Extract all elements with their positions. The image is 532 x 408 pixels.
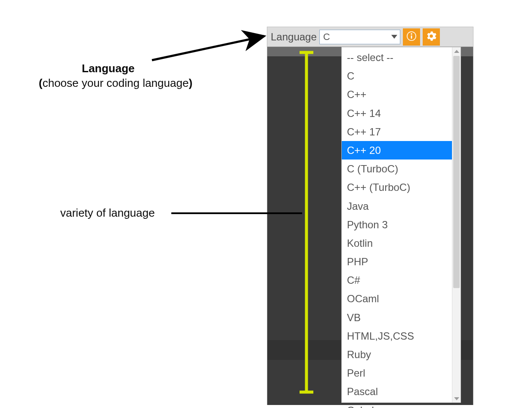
language-option[interactable]: Pascal <box>342 382 452 401</box>
annotation-variety: variety of language <box>60 206 155 220</box>
annotation-subtitle: choose your coding language <box>39 77 192 90</box>
language-select[interactable]: C <box>319 30 400 44</box>
scroll-down-arrow-icon[interactable] <box>452 395 461 402</box>
chevron-down-icon <box>391 35 397 39</box>
language-option[interactable]: Ruby <box>342 345 452 364</box>
language-option[interactable]: C++ <box>342 85 452 104</box>
language-option[interactable]: C++ 17 <box>342 123 452 141</box>
info-icon <box>406 31 417 43</box>
app-panel: Language C -- select --CC++C++ 14C++ 17C… <box>267 27 473 405</box>
language-option[interactable]: Java <box>342 197 452 215</box>
language-option[interactable]: Cobol <box>342 401 452 408</box>
language-option[interactable]: Perl <box>342 364 452 382</box>
language-option[interactable]: C++ (TurboC) <box>342 178 452 196</box>
svg-rect-2 <box>411 35 412 39</box>
language-option[interactable]: Kotlin <box>342 234 452 252</box>
toolbar: Language C <box>267 27 473 47</box>
annotation-title: Language <box>82 62 135 75</box>
toolbar-language-label: Language <box>271 31 317 43</box>
language-option[interactable]: OCaml <box>342 289 452 308</box>
language-option[interactable]: VB <box>342 308 452 327</box>
settings-button[interactable] <box>423 28 440 46</box>
language-option[interactable]: HTML,JS,CSS <box>342 327 452 345</box>
language-option[interactable]: C++ 14 <box>342 104 452 123</box>
language-option[interactable]: C# <box>342 271 452 289</box>
language-dropdown: -- select --CC++C++ 14C++ 17C++ 20C (Tur… <box>341 47 461 403</box>
language-option[interactable]: PHP <box>342 252 452 271</box>
language-select-value: C <box>323 31 330 43</box>
scroll-up-arrow-icon[interactable] <box>452 47 461 55</box>
language-option[interactable]: -- select -- <box>342 48 452 67</box>
language-option-list: -- select --CC++C++ 14C++ 17C++ 20C (Tur… <box>342 47 452 402</box>
language-option[interactable]: C <box>342 67 452 85</box>
scrollbar-thumb[interactable] <box>453 56 460 288</box>
svg-line-4 <box>152 36 264 60</box>
language-option[interactable]: C (TurboC) <box>342 160 452 178</box>
svg-point-3 <box>411 33 412 35</box>
dropdown-scrollbar[interactable] <box>452 47 461 402</box>
language-option[interactable]: C++ 20 <box>342 141 452 160</box>
language-option[interactable]: Python 3 <box>342 215 452 234</box>
gear-icon <box>426 31 436 43</box>
info-button[interactable] <box>403 28 420 46</box>
